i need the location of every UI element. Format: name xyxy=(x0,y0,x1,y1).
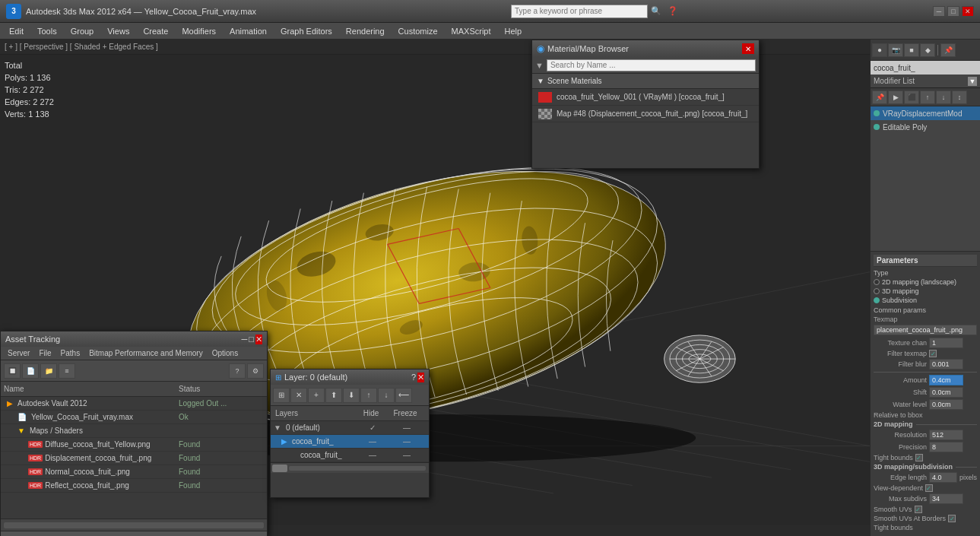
lm-btn-4[interactable]: ⬆ xyxy=(325,388,342,403)
texmap-value[interactable]: placement_cocoa_fruit_.png xyxy=(874,325,977,335)
search-icon[interactable]: 🔍 xyxy=(651,6,661,16)
mat-item[interactable]: cocoa_fruit_Yellow_001 ( VRayMtl ) [coco… xyxy=(532,89,759,106)
lm-scroll-thumb[interactable] xyxy=(272,465,287,472)
at-tree-item[interactable]: HDRDisplacement_cocoa_fruit_.pngFound xyxy=(1,452,267,465)
at-btn-2[interactable]: 📄 xyxy=(22,363,39,379)
at-menu-bitmap-performance-and-memory[interactable]: Bitmap Performance and Memory xyxy=(85,348,207,358)
menu-item-graph editors[interactable]: Graph Editors xyxy=(274,25,338,37)
lm-close-btn[interactable]: ✕ xyxy=(417,373,424,382)
layer-freeze-toggle[interactable]: — xyxy=(388,423,426,432)
lm-scroll-track[interactable] xyxy=(289,466,426,471)
global-search-input[interactable] xyxy=(511,5,648,18)
max-subdivs-value[interactable]: 34 xyxy=(929,493,963,504)
menu-item-edit[interactable]: Edit xyxy=(3,25,30,37)
layer-hide-toggle[interactable]: — xyxy=(357,451,388,459)
at-tree-item[interactable]: ▶Autodesk Vault 2012Logged Out ... xyxy=(1,397,267,411)
tight-bounds-check[interactable]: ✓ xyxy=(915,454,923,461)
layer-hide-toggle[interactable]: — xyxy=(357,437,388,446)
material-icon-btn[interactable]: ● xyxy=(872,43,887,57)
filter-texmap-check[interactable]: ✓ xyxy=(929,350,937,357)
modifier-list-dropdown[interactable]: Modifier List ▼ xyxy=(871,75,980,88)
pin-btn[interactable]: 📌 xyxy=(940,43,956,57)
menu-item-rendering[interactable]: Rendering xyxy=(340,25,391,37)
menu-item-create[interactable]: Create xyxy=(137,25,174,37)
mod-btn-4[interactable]: ↑ xyxy=(920,90,935,104)
mod-btn-2[interactable]: ▶ xyxy=(888,90,903,104)
menu-item-customize[interactable]: Customize xyxy=(392,25,444,37)
lm-btn-2[interactable]: ✕ xyxy=(290,388,307,403)
at-btn-settings[interactable]: ⚙ xyxy=(247,363,264,379)
at-menu-options[interactable]: Options xyxy=(208,348,242,358)
lm-row[interactable]: cocoa_fruit_—— xyxy=(271,449,429,462)
pin-mod-btn[interactable]: 📌 xyxy=(872,90,887,104)
object-name-field[interactable]: cocoa_fruit_ xyxy=(871,61,980,75)
lm-scrollbar[interactable] xyxy=(271,462,429,473)
menu-item-help[interactable]: Help xyxy=(499,25,528,37)
resolution-value[interactable]: 512 xyxy=(929,430,963,440)
at-btn-4[interactable]: ≡ xyxy=(59,363,75,379)
2d-mapping-radio[interactable] xyxy=(874,279,880,285)
menu-item-maxscript[interactable]: MAXScript xyxy=(446,25,497,37)
at-scroll-track[interactable] xyxy=(4,522,264,528)
mod-btn-6[interactable]: ↕ xyxy=(952,90,967,104)
at-btn-1[interactable]: 🔲 xyxy=(4,363,21,379)
3d-mapping-radio[interactable] xyxy=(874,288,880,294)
material-browser-close-button[interactable]: ✕ xyxy=(742,43,754,54)
at-menu-server[interactable]: Server xyxy=(4,348,33,358)
at-input[interactable] xyxy=(1,531,267,536)
lm-btn-5[interactable]: ⬇ xyxy=(343,388,360,403)
at-tree-item[interactable]: 📄Yellow_Cocoa_Fruit_vray.maxOk xyxy=(1,411,267,424)
filter-blur-value[interactable]: 0.001 xyxy=(929,359,963,369)
at-scrollbar[interactable] xyxy=(1,519,267,531)
subdivision-radio[interactable] xyxy=(874,297,880,303)
at-tree-item[interactable]: HDRNormal_cocoa_fruit_.pngFound xyxy=(1,465,267,479)
at-minimize-btn[interactable]: ─ xyxy=(242,335,248,344)
at-maximize-btn[interactable]: □ xyxy=(249,335,254,344)
water-level-value[interactable]: 0.0cm xyxy=(929,399,963,410)
menu-item-animation[interactable]: Animation xyxy=(224,25,273,37)
lm-btn-6[interactable]: ↑ xyxy=(360,388,377,403)
show-map-btn[interactable]: ■ xyxy=(904,43,919,57)
shift-value[interactable]: 0.0cm xyxy=(929,387,963,398)
render-preview-btn[interactable]: 📷 xyxy=(888,43,903,57)
asset-tracking-titlebar[interactable]: Asset Tracking ─ □ ✕ xyxy=(1,331,267,347)
lm-row[interactable]: ▼0 (default)✓— xyxy=(271,421,429,435)
lm-btn-1[interactable]: ⊞ xyxy=(273,388,290,403)
menu-item-tools[interactable]: Tools xyxy=(31,25,63,37)
layer-manager-titlebar[interactable]: ⊞ Layer: 0 (default) ? ✕ xyxy=(271,369,429,385)
mat-item[interactable]: Map #48 (Displacement_cocoa_fruit_.png) … xyxy=(532,106,759,122)
minimize-button[interactable]: ─ xyxy=(933,6,945,17)
at-tree-item[interactable]: HDRDiffuse_cocoa_fruit_Yellow.pngFound xyxy=(1,438,267,452)
material-browser-search[interactable]: ▼ xyxy=(532,57,759,74)
scene-materials-header[interactable]: ▼ Scene Materials xyxy=(532,74,759,89)
material-browser-titlebar[interactable]: ◉ Material/Map Browser ✕ xyxy=(532,40,759,57)
lm-btn-3[interactable]: + xyxy=(308,388,325,403)
amount-value[interactable]: 0.4cm xyxy=(929,375,963,385)
lm-row[interactable]: ▶cocoa_fruit_—— xyxy=(271,435,429,449)
maximize-button[interactable]: □ xyxy=(947,6,959,17)
precision-value[interactable]: 8 xyxy=(929,442,963,452)
texture-chan-value[interactable]: 1 xyxy=(929,338,963,348)
edge-length-value[interactable]: 4.0 xyxy=(929,472,957,483)
menu-item-group[interactable]: Group xyxy=(65,25,100,37)
at-tree-item[interactable]: HDRReflect_cocoa_fruit_.pngFound xyxy=(1,479,267,493)
lm-btn-7[interactable]: ↓ xyxy=(378,388,395,403)
at-menu-paths[interactable]: Paths xyxy=(57,348,84,358)
layer-freeze-toggle[interactable]: — xyxy=(388,451,426,459)
layer-hide-toggle[interactable]: ✓ xyxy=(357,423,388,432)
modifier-item[interactable]: Editable Poly xyxy=(871,120,980,134)
material-search-input[interactable] xyxy=(547,59,756,71)
at-btn-help[interactable]: ? xyxy=(229,363,246,379)
info-icon[interactable]: ❓ xyxy=(668,6,678,16)
mod-btn-3[interactable]: ⬛ xyxy=(904,90,919,104)
at-menu-file[interactable]: File xyxy=(35,348,55,358)
mod-btn-5[interactable]: ↓ xyxy=(936,90,951,104)
smooth-uvs-check[interactable]: ✓ xyxy=(915,506,922,513)
at-tree-item[interactable]: ▼Maps / Shaders xyxy=(1,424,267,438)
modifier-list-arrow[interactable]: ▼ xyxy=(968,77,977,86)
lm-help-btn[interactable]: ? xyxy=(411,373,416,382)
select-btn[interactable]: ◆ xyxy=(920,43,935,57)
smooth-uvs-borders-check[interactable]: ✓ xyxy=(948,515,956,522)
close-button[interactable]: ✕ xyxy=(962,6,974,17)
layer-freeze-toggle[interactable]: — xyxy=(388,437,426,446)
